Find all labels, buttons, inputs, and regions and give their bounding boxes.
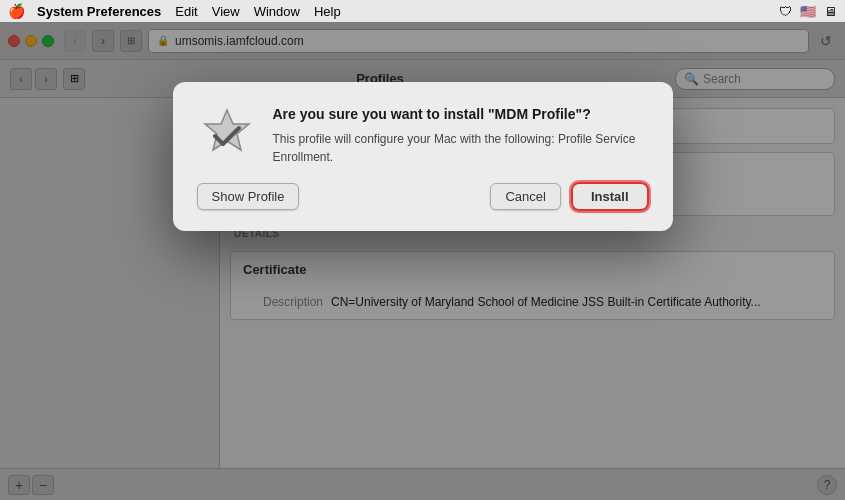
install-button[interactable]: Install: [571, 182, 649, 211]
menu-help[interactable]: Help: [314, 4, 341, 19]
main-window: ‹ › ⊞ 🔒 umsomis.iamfcloud.com ↺ ‹ › ⊞ Pr…: [0, 22, 845, 500]
modal-description: This profile will configure your Mac wit…: [273, 130, 649, 166]
modal-content: Are you sure you want to install "MDM Pr…: [197, 106, 649, 166]
menu-bar: 🍎 System Preferences Edit View Window He…: [0, 0, 845, 22]
modal-overlay: Are you sure you want to install "MDM Pr…: [0, 22, 845, 500]
show-profile-button[interactable]: Show Profile: [197, 183, 300, 210]
cancel-button[interactable]: Cancel: [490, 183, 560, 210]
menu-items: System Preferences Edit View Window Help: [37, 4, 341, 19]
flag-icon: 🇺🇸: [800, 4, 816, 19]
modal-right-buttons: Cancel Install: [490, 182, 648, 211]
modal-buttons: Show Profile Cancel Install: [197, 182, 649, 211]
menu-view[interactable]: View: [212, 4, 240, 19]
menu-edit[interactable]: Edit: [175, 4, 197, 19]
badge-shield-icon: [197, 106, 257, 166]
install-modal: Are you sure you want to install "MDM Pr…: [173, 82, 673, 231]
badge-icon: [197, 106, 257, 166]
apple-icon[interactable]: 🍎: [8, 3, 25, 19]
menu-system-preferences[interactable]: System Preferences: [37, 4, 161, 19]
menu-bar-right-icons: 🛡 🇺🇸 🖥: [779, 4, 837, 19]
menu-window[interactable]: Window: [254, 4, 300, 19]
monitor-icon: 🖥: [824, 4, 837, 19]
svg-marker-0: [205, 110, 249, 150]
shield-icon: 🛡: [779, 4, 792, 19]
modal-title: Are you sure you want to install "MDM Pr…: [273, 106, 649, 122]
modal-text: Are you sure you want to install "MDM Pr…: [273, 106, 649, 166]
